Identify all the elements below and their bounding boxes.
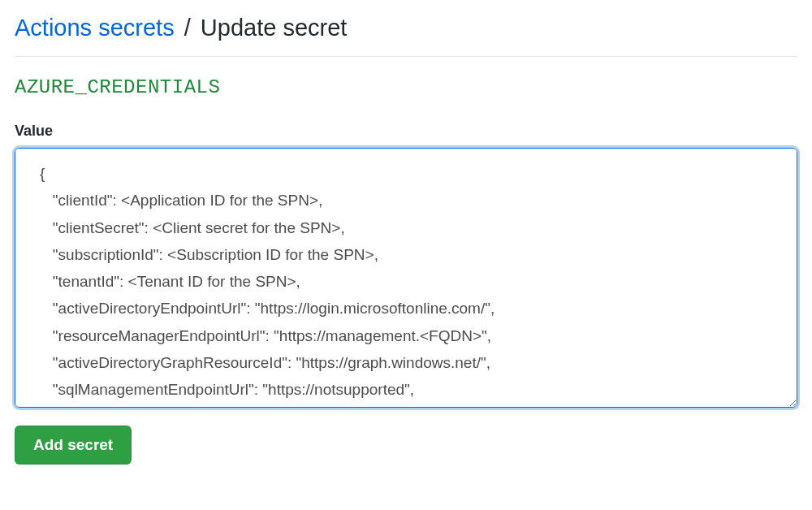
breadcrumb: Actions secrets / Update secret bbox=[15, 6, 797, 57]
breadcrumb-separator: / bbox=[184, 15, 191, 41]
secret-name-heading: AZURE_CREDENTIALS bbox=[15, 76, 797, 98]
secret-value-input[interactable] bbox=[15, 148, 797, 408]
value-textarea-wrapper bbox=[15, 148, 797, 411]
value-field-label: Value bbox=[15, 123, 797, 140]
breadcrumb-parent-link[interactable]: Actions secrets bbox=[15, 15, 175, 41]
breadcrumb-current: Update secret bbox=[201, 15, 348, 41]
add-secret-button[interactable]: Add secret bbox=[15, 426, 132, 465]
